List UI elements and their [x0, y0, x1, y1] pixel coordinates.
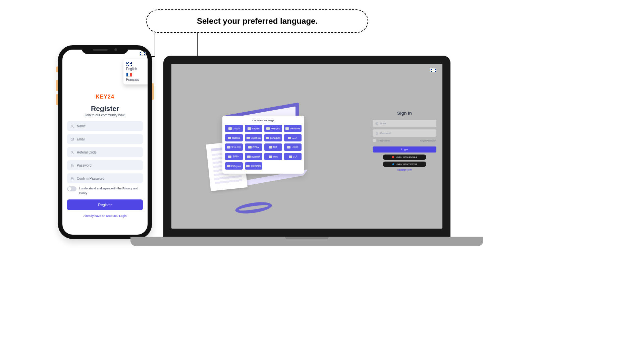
language-option[interactable]: Français: [264, 125, 282, 132]
flag-icon: [289, 156, 292, 158]
phone-side-button: [56, 80, 58, 91]
agree-text: I understand and agree with the Privacy …: [79, 186, 143, 195]
language-option[interactable]: 한국어: [225, 153, 243, 160]
name-field[interactable]: Name: [67, 121, 143, 131]
agree-row: I understand and agree with the Privacy …: [67, 186, 143, 195]
flag-icon: [227, 165, 230, 167]
language-option[interactable]: Հայերեն: [245, 162, 263, 170]
instruction-text: Select your preferred language.: [197, 16, 318, 26]
flag-icon: [269, 156, 272, 158]
lock-icon: [70, 177, 74, 180]
placeholder: Email: [380, 122, 386, 125]
user-icon: [70, 150, 74, 154]
phone-mockup: English Français KEY24 Register Join to …: [58, 45, 152, 239]
language-label: Français: [126, 78, 147, 81]
language-option[interactable]: اردو: [284, 153, 302, 160]
flag-icon: [247, 156, 251, 158]
flag-icon: [246, 165, 250, 167]
flag-icon: [266, 127, 270, 130]
language-option[interactable]: 中国人民: [225, 143, 243, 151]
remember-label: Remember Me: [377, 140, 390, 142]
mail-icon: [70, 137, 74, 141]
language-option[interactable]: Española: [245, 134, 263, 141]
flag-icon: [227, 146, 230, 148]
flag-icon: [248, 127, 251, 130]
language-option[interactable]: فارسی: [225, 125, 243, 132]
flag-icon: [269, 146, 272, 148]
flag-icon: [228, 127, 232, 130]
confirm-password-field[interactable]: Confirm Password: [67, 173, 143, 183]
email-field[interactable]: Email: [67, 134, 143, 144]
language-option[interactable]: عربي: [284, 134, 302, 141]
language-option[interactable]: English: [245, 125, 263, 132]
placeholder: Password: [77, 164, 92, 167]
language-option[interactable]: Türk: [264, 153, 282, 160]
language-selector[interactable]: [140, 52, 146, 56]
password-field[interactable]: Password: [67, 160, 143, 170]
uk-flag-icon: [140, 52, 146, 56]
flag-icon: [287, 146, 290, 148]
svg-point-2: [72, 151, 73, 152]
language-popover: English Français: [123, 59, 148, 84]
language-option[interactable]: русский: [245, 153, 263, 160]
language-option-english[interactable]: English: [126, 61, 147, 72]
flag-icon: [228, 156, 231, 158]
language-option[interactable]: Italiana: [225, 134, 243, 141]
agree-toggle[interactable]: [67, 186, 76, 191]
referal-field[interactable]: Referal Code: [67, 147, 143, 157]
language-option-francais[interactable]: Français: [126, 72, 147, 82]
login-google-button[interactable]: LOGIN WITH GOOGLE: [383, 155, 426, 160]
language-selector[interactable]: [430, 68, 436, 74]
connector-line: [155, 33, 155, 56]
forget-password-link[interactable]: Forget Password?: [420, 140, 436, 142]
svg-rect-4: [71, 178, 73, 180]
language-option[interactable]: עברית: [245, 143, 263, 151]
register-button[interactable]: Register: [67, 199, 143, 210]
language-option[interactable]: Ελληνικά: [225, 162, 243, 170]
language-option[interactable]: हिंदी: [264, 143, 282, 151]
flag-icon: [248, 146, 252, 148]
remember-forget-row: Remember Me Forget Password?: [373, 139, 436, 142]
signin-title: Sign In: [373, 111, 436, 116]
svg-rect-6: [376, 133, 378, 134]
flag-icon: [288, 137, 291, 139]
laptop-mockup: Choose Language فارسی English Français D…: [163, 56, 450, 246]
placeholder: Email: [77, 137, 85, 141]
phone-side-button: [152, 83, 154, 100]
logo: KEY24: [67, 94, 143, 100]
remember-checkbox[interactable]: [373, 139, 376, 142]
svg-point-0: [72, 125, 73, 126]
email-field[interactable]: Email: [373, 120, 436, 127]
google-icon: [392, 156, 394, 159]
flag-icon: [285, 127, 289, 130]
language-option[interactable]: 日本語: [284, 143, 302, 151]
laptop-screen: Choose Language فارسی English Français D…: [171, 64, 442, 229]
svg-point-7: [392, 156, 394, 158]
uk-flag-icon: [126, 62, 132, 66]
language-option[interactable]: português: [264, 134, 282, 141]
placeholder: Password: [380, 132, 391, 134]
mail-icon: [375, 122, 378, 125]
choose-language-modal: Choose Language فارسی English Français D…: [222, 116, 304, 174]
placeholder: Confirm Password: [77, 177, 104, 180]
register-now-link[interactable]: Register Now!: [373, 169, 436, 171]
already-have-account-link[interactable]: Already have an account? Login: [67, 214, 143, 218]
laptop-frame: Choose Language فارسی English Français D…: [163, 56, 450, 237]
placeholder: Referal Code: [77, 150, 97, 154]
user-icon: [70, 124, 74, 128]
twitter-icon: [392, 163, 394, 166]
language-option[interactable]: Deutsche: [284, 125, 302, 132]
placeholder: Name: [77, 124, 86, 128]
signin-panel: Sign In Email Password Remember Me Forge…: [373, 71, 436, 171]
password-field[interactable]: Password: [373, 129, 436, 137]
phone-side-button: [56, 66, 58, 72]
login-twitter-button[interactable]: LOGIN WITH TWITTER: [383, 162, 426, 167]
register-title: Register: [67, 105, 143, 113]
phone-side-button: [56, 94, 58, 105]
flag-icon: [266, 137, 269, 139]
phone-screen: English Français KEY24 Register Join to …: [62, 50, 148, 235]
uk-flag-icon: [430, 68, 436, 72]
language-grid: فارسی English Français Deutsche Italiana…: [225, 125, 302, 160]
login-button[interactable]: Login: [373, 146, 436, 153]
flag-icon: [247, 137, 250, 139]
